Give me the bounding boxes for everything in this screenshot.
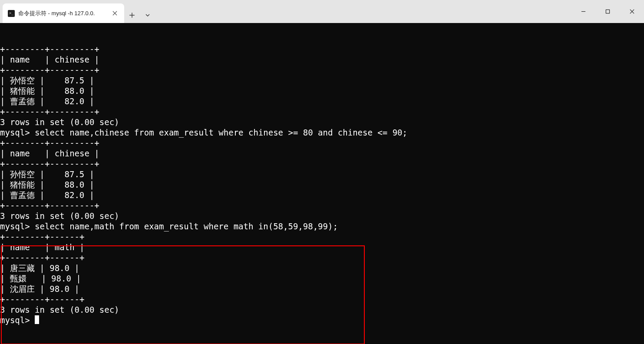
terminal-line: +--------+---------+ — [0, 138, 644, 148]
terminal-line: +--------+------+ — [0, 232, 644, 242]
terminal-tab[interactable]: >_ 命令提示符 - mysql -h 127.0.0. — [3, 3, 124, 23]
terminal-line: +--------+------+ — [0, 252, 644, 263]
tab-dropdown-button[interactable] — [140, 7, 155, 23]
terminal-line: +--------+---------+ — [0, 200, 644, 211]
terminal-line: +--------+------+ — [0, 294, 644, 304]
svg-rect-5 — [606, 10, 609, 13]
cursor — [35, 315, 39, 324]
terminal-line: +--------+---------+ — [0, 44, 644, 54]
terminal-line: 3 rows in set (0.00 sec) — [0, 117, 644, 127]
terminal-line: | name | math | — [0, 242, 644, 252]
terminal-line: mysql> — [0, 315, 644, 325]
terminal-viewport[interactable]: +--------+---------+| name | chinese |+-… — [0, 23, 644, 344]
close-tab-button[interactable] — [109, 8, 120, 19]
terminal-line: 3 rows in set (0.00 sec) — [0, 304, 644, 315]
terminal-line: +--------+---------+ — [0, 106, 644, 117]
terminal-line: | 曹孟德 | 82.0 | — [0, 96, 644, 106]
terminal-line: | name | chinese | — [0, 148, 644, 159]
terminal-line: | 孙悟空 | 87.5 | — [0, 169, 644, 179]
tab-title: 命令提示符 - mysql -h 127.0.0. — [18, 10, 106, 17]
terminal-line: | 猪悟能 | 88.0 | — [0, 86, 644, 96]
titlebar-left: >_ 命令提示符 - mysql -h 127.0.0. — [0, 0, 155, 23]
window-controls — [571, 0, 644, 23]
terminal-line: | 甄嬛 | 98.0 | — [0, 273, 644, 284]
terminal-line: mysql> select name,math from exam_result… — [0, 221, 644, 232]
terminal-line: | 孙悟空 | 87.5 | — [0, 75, 644, 86]
terminal-line: +--------+---------+ — [0, 65, 644, 75]
terminal-line: | name | chinese | — [0, 54, 644, 65]
terminal-line: | 唐三藏 | 98.0 | — [0, 263, 644, 273]
cmd-icon: >_ — [8, 10, 15, 17]
terminal-output: +--------+---------+| name | chinese |+-… — [0, 44, 644, 325]
terminal-line: mysql> select name,chinese from exam_res… — [0, 127, 644, 138]
maximize-button[interactable] — [595, 0, 620, 23]
terminal-line: | 曹孟德 | 82.0 | — [0, 190, 644, 200]
new-tab-button[interactable] — [124, 7, 140, 23]
terminal-line: | 沈眉庄 | 98.0 | — [0, 284, 644, 294]
titlebar: >_ 命令提示符 - mysql -h 127.0.0. — [0, 0, 644, 23]
terminal-line: | 猪悟能 | 88.0 | — [0, 179, 644, 190]
terminal-line: +--------+---------+ — [0, 159, 644, 169]
terminal-line: 3 rows in set (0.00 sec) — [0, 211, 644, 221]
minimize-button[interactable] — [571, 0, 595, 23]
close-window-button[interactable] — [620, 0, 644, 23]
